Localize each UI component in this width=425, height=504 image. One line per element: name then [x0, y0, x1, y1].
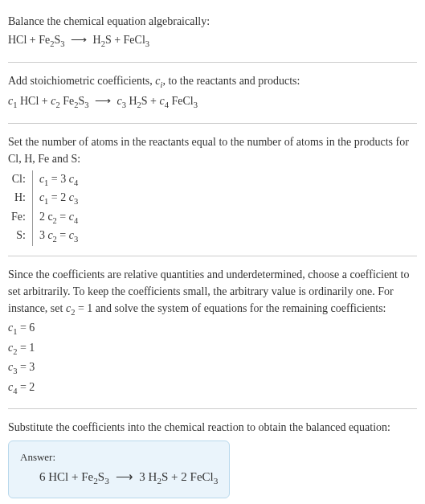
step5-text: Substitute the coefficients into the che…: [8, 419, 417, 436]
subscript: 3: [60, 39, 64, 48]
coeff-value: = 2: [17, 381, 35, 393]
stoich-equation: c1 HCl + c2 Fe2S3 ⟶ c3 H2S + c4 FeCl3: [8, 92, 417, 112]
eq-part: =: [57, 229, 69, 241]
step4-text: Since the coefficients are relative quan…: [8, 266, 417, 319]
subscript: 3: [194, 100, 198, 109]
coefficient-list: c1 = 6 c2 = 1 c3 = 3 c4 = 2: [8, 319, 417, 397]
atom-equations-table: Cl: c1 = 3 c4 H: c1 = 2 c3 Fe: 2 c2 = c4…: [8, 170, 81, 246]
eq-part: = 2: [48, 191, 68, 203]
table-row: Cl: c1 = 3 c4: [8, 170, 81, 190]
substitute-section: Substitute the coefficients into the che…: [8, 412, 417, 504]
list-item: c2 = 1: [8, 339, 417, 359]
step2-text: Add stoichiometric coefficients, ci, to …: [8, 72, 417, 92]
var-sub: 3: [74, 197, 78, 206]
eq-part: HCl +: [17, 95, 51, 107]
eq-part: H: [93, 34, 101, 46]
atom-equation: c1 = 2 c3: [32, 189, 81, 208]
atom-equation: 2 c2 = c4: [32, 208, 81, 227]
eq-part: 2 c: [39, 211, 53, 223]
eq-part: 6 HCl + Fe: [39, 470, 93, 483]
intro-text: Balance the chemical equation algebraica…: [8, 13, 417, 30]
var-sub: 4: [74, 216, 78, 225]
atom-equation: c1 = 3 c4: [32, 170, 81, 190]
eq-part: S + 2 FeCl: [161, 470, 214, 483]
subscript: 3: [104, 476, 109, 486]
list-item: c3 = 3: [8, 359, 417, 378]
text-part: Add stoichiometric coefficients,: [8, 75, 155, 87]
divider: [8, 123, 417, 124]
coeff-value: = 3: [17, 361, 35, 373]
answer-label: Answer:: [20, 449, 218, 465]
eq-part: 3 H: [139, 470, 157, 483]
table-row: S: 3 c2 = c3: [8, 227, 81, 246]
atom-equation: 3 c2 = c3: [32, 227, 81, 246]
eq-part: HCl + Fe: [8, 34, 50, 46]
subscript: 3: [214, 476, 219, 486]
solve-section: Since the coefficients are relative quan…: [8, 260, 417, 405]
divider: [8, 408, 417, 409]
element-label: Cl:: [8, 170, 32, 190]
element-label: S:: [8, 227, 32, 246]
eq-part: H: [126, 95, 137, 107]
element-label: H:: [8, 189, 32, 208]
eq-part: Fe: [60, 95, 75, 107]
table-row: H: c1 = 2 c3: [8, 189, 81, 208]
intro-section: Balance the chemical equation algebraica…: [8, 6, 417, 59]
text-part: = 1 and solve the system of equations fo…: [75, 302, 386, 314]
coeff-value: = 1: [17, 342, 35, 354]
arrow-icon: ⟶: [95, 92, 111, 109]
eq-part: S: [98, 470, 104, 483]
eq-part: FeCl: [169, 95, 194, 107]
divider: [8, 256, 417, 256]
list-item: c4 = 2: [8, 379, 417, 398]
element-label: Fe:: [8, 208, 32, 227]
arrow-icon: ⟶: [71, 31, 87, 48]
eq-part: S + FeCl: [105, 34, 145, 46]
arrow-icon: ⟶: [116, 468, 133, 486]
atoms-section: Set the number of atoms in the reactants…: [8, 127, 417, 252]
var-sub: 3: [74, 235, 78, 244]
var-sub: 4: [74, 178, 78, 186]
list-item: c1 = 6: [8, 319, 417, 338]
text-part: , to the reactants and products:: [162, 75, 300, 87]
divider: [8, 62, 417, 63]
subscript: 3: [84, 100, 88, 109]
table-row: Fe: 2 c2 = c4: [8, 208, 81, 227]
eq-part: S +: [141, 95, 160, 107]
eq-part: 3 c: [39, 229, 53, 241]
subscript: 3: [145, 39, 149, 48]
coefficients-section: Add stoichiometric coefficients, ci, to …: [8, 66, 417, 120]
unbalanced-equation: HCl + Fe2S3 ⟶ H2S + FeCl3: [8, 31, 417, 51]
eq-part: =: [57, 211, 69, 223]
eq-part: = 3: [48, 173, 68, 185]
answer-box: Answer: 6 HCl + Fe2S3 ⟶ 3 H2S + 2 FeCl3: [8, 440, 230, 498]
lhs-text: 2 c: [39, 211, 53, 223]
coeff-value: = 6: [17, 322, 35, 334]
step3-text: Set the number of atoms in the reactants…: [8, 133, 417, 167]
balanced-equation: 6 HCl + Fe2S3 ⟶ 3 H2S + 2 FeCl3: [20, 468, 218, 488]
